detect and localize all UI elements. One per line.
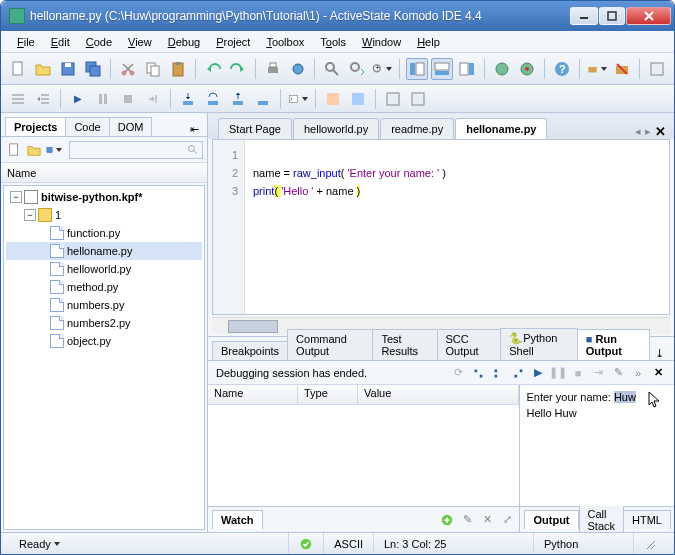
tab-helloworld[interactable]: helloworld.py [293, 118, 379, 139]
menu-view[interactable]: View [120, 34, 160, 50]
edit-watch-icon[interactable]: ✎ [459, 512, 475, 528]
status-language[interactable]: Python [533, 533, 633, 554]
step-in-icon[interactable] [470, 365, 486, 381]
open-button[interactable] [32, 58, 54, 80]
stop-icon[interactable]: ■ [570, 365, 586, 381]
tab-command-output[interactable]: Command Output [287, 329, 373, 360]
dbg-tool4-button[interactable] [407, 88, 429, 110]
preview-button[interactable] [287, 58, 309, 80]
status-syntax-check-icon[interactable] [288, 533, 323, 554]
find-button[interactable] [321, 58, 343, 80]
menu-toolbox[interactable]: Toolbox [258, 34, 312, 50]
menu-file[interactable]: File [9, 34, 43, 50]
proj-save-button[interactable] [45, 141, 63, 159]
tab-start-page[interactable]: Start Page [218, 118, 292, 139]
titlebar[interactable]: helloname.py (C:\Huw\programming\Python\… [1, 1, 674, 31]
macro-rec-button[interactable] [516, 58, 538, 80]
menu-project[interactable]: Project [208, 34, 258, 50]
close-output-button[interactable]: ✕ [650, 365, 666, 381]
copy-button[interactable] [142, 58, 164, 80]
new-file-button[interactable] [7, 58, 29, 80]
minimize-button[interactable] [570, 7, 598, 25]
panel-collapse-icon[interactable]: ⤓ [649, 347, 670, 360]
tab-readme[interactable]: readme.py [380, 118, 454, 139]
pause-icon[interactable]: ❚❚ [550, 365, 566, 381]
undo-button[interactable] [202, 58, 224, 80]
menu-window[interactable]: Window [354, 34, 409, 50]
dbg-go-button[interactable]: ▶ [67, 88, 89, 110]
output-text[interactable]: Enter your name: Huw Hello Huw [520, 385, 674, 506]
tab-close-button[interactable]: ✕ [655, 124, 666, 139]
tab-dom[interactable]: DOM [109, 117, 153, 136]
zoom-button[interactable]: + [371, 58, 393, 80]
menu-help[interactable]: Help [409, 34, 448, 50]
more-icon[interactable]: » [630, 365, 646, 381]
tree-file[interactable]: numbers2.py [6, 314, 202, 332]
var-col-type[interactable]: Type [298, 385, 358, 404]
tab-breakpoints[interactable]: Breakpoints [212, 341, 288, 360]
dbg-stop-button[interactable] [117, 88, 139, 110]
tab-helloname[interactable]: helloname.py [455, 118, 547, 139]
show-right-pane-button[interactable] [456, 58, 478, 80]
dbg-detach-button[interactable] [142, 88, 164, 110]
delete-watch-icon[interactable]: ✕ [479, 512, 495, 528]
tree-file[interactable]: function.py [6, 224, 202, 242]
dbg-step-out-button[interactable] [227, 88, 249, 110]
tree-file[interactable]: method.py [6, 278, 202, 296]
tab-scc-output[interactable]: SCC Output [437, 329, 502, 360]
project-search-input[interactable] [69, 141, 203, 159]
add-watch-icon[interactable] [439, 512, 455, 528]
menu-code[interactable]: Code [78, 34, 120, 50]
dbg-tool2-button[interactable] [347, 88, 369, 110]
tab-watch[interactable]: Watch [212, 510, 263, 529]
dbg-tool3-button[interactable] [382, 88, 404, 110]
save-button[interactable] [57, 58, 79, 80]
editor-content[interactable]: name = raw_input( 'Enter your name: ' ) … [245, 140, 669, 314]
tab-prev-button[interactable]: ◂ [635, 125, 641, 138]
step-out-icon[interactable] [510, 365, 526, 381]
menu-tools[interactable]: Tools [312, 34, 354, 50]
toolbox-remove-button[interactable] [611, 58, 633, 80]
status-encoding[interactable]: ASCII [323, 533, 373, 554]
dbg-tool1-button[interactable] [322, 88, 344, 110]
help-button[interactable]: ? [551, 58, 573, 80]
menu-debug[interactable]: Debug [160, 34, 208, 50]
pin-icon[interactable]: ⇤ [186, 123, 203, 136]
project-tree[interactable]: −bitwise-python.kpf* −1 function.py hell… [3, 185, 205, 530]
toolbox-add-button[interactable] [586, 58, 608, 80]
proj-new-button[interactable] [5, 141, 23, 159]
dbg-step-in-button[interactable] [177, 88, 199, 110]
column-name-header[interactable]: Name [1, 163, 207, 183]
tab-html[interactable]: HTML [623, 510, 671, 529]
find-next-button[interactable] [346, 58, 368, 80]
tree-file[interactable]: object.py [6, 332, 202, 350]
save-all-button[interactable] [82, 58, 104, 80]
restart-icon[interactable]: ⟳ [450, 365, 466, 381]
tab-run-output[interactable]: ■ Run Output [577, 329, 650, 360]
dbg-step-over-button[interactable] [202, 88, 224, 110]
tree-folder[interactable]: −1 [6, 206, 202, 224]
tab-test-results[interactable]: Test Results [372, 329, 437, 360]
var-col-value[interactable]: Value [358, 385, 519, 404]
tab-output[interactable]: Output [524, 510, 578, 529]
cut-button[interactable] [117, 58, 139, 80]
paste-button[interactable] [167, 58, 189, 80]
tab-projects[interactable]: Projects [5, 117, 66, 136]
dbg-indent-out-button[interactable] [7, 88, 29, 110]
var-col-name[interactable]: Name [208, 385, 298, 404]
dbg-run-to-button[interactable] [252, 88, 274, 110]
tree-file[interactable]: helloname.py [6, 242, 202, 260]
dbg-break-button[interactable] [92, 88, 114, 110]
show-left-pane-button[interactable] [406, 58, 428, 80]
tab-python-shell[interactable]: 🐍Python Shell [500, 328, 578, 360]
play-icon[interactable]: ▶ [530, 365, 546, 381]
edit-icon[interactable]: ✎ [610, 365, 626, 381]
code-editor[interactable]: 1 2 3 name = raw_input( 'Enter your name… [212, 139, 670, 315]
variables-list[interactable] [208, 405, 519, 506]
prefs-button[interactable] [646, 58, 668, 80]
print-button[interactable] [262, 58, 284, 80]
tab-code[interactable]: Code [65, 117, 109, 136]
dbg-indent-in-button[interactable] [32, 88, 54, 110]
tab-next-button[interactable]: ▸ [645, 125, 651, 138]
close-button[interactable] [626, 7, 671, 25]
